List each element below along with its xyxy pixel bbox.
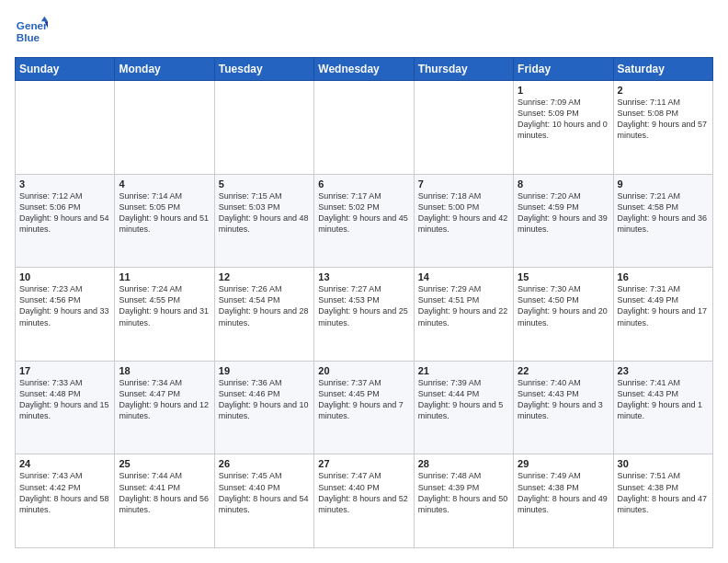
calendar-header-row: SundayMondayTuesdayWednesdayThursdayFrid… [16,58,713,81]
day-number: 12 [219,271,310,282]
calendar-header-sunday: Sunday [16,58,115,81]
day-number: 1 [518,85,609,96]
calendar-header-wednesday: Wednesday [314,58,414,81]
day-number: 30 [618,458,709,469]
day-number: 29 [518,458,609,469]
logo-icon: General Blue [15,15,48,48]
day-number: 9 [618,178,709,190]
day-info: Sunrise: 7:40 AM Sunset: 4:43 PM Dayligh… [518,377,609,422]
calendar-cell: 10Sunrise: 7:23 AM Sunset: 4:56 PM Dayli… [16,268,115,362]
day-number: 19 [219,365,310,376]
day-info: Sunrise: 7:18 AM Sunset: 5:00 PM Dayligh… [418,190,509,236]
day-number: 28 [418,458,509,469]
calendar-cell: 12Sunrise: 7:26 AM Sunset: 4:54 PM Dayli… [214,268,313,362]
day-info: Sunrise: 7:15 AM Sunset: 5:03 PM Dayligh… [219,190,310,236]
calendar-cell: 18Sunrise: 7:34 AM Sunset: 4:47 PM Dayli… [115,361,214,454]
day-number: 13 [318,271,409,282]
day-info: Sunrise: 7:36 AM Sunset: 4:46 PM Dayligh… [219,377,310,422]
calendar-cell: 26Sunrise: 7:45 AM Sunset: 4:40 PM Dayli… [214,454,313,548]
day-number: 3 [19,178,110,190]
day-number: 14 [418,271,509,282]
day-info: Sunrise: 7:44 AM Sunset: 4:41 PM Dayligh… [119,470,210,515]
calendar-week-0: 1Sunrise: 7:09 AM Sunset: 5:09 PM Daylig… [16,81,713,175]
day-number: 25 [119,458,210,469]
day-info: Sunrise: 7:41 AM Sunset: 4:43 PM Dayligh… [618,377,709,422]
day-info: Sunrise: 7:14 AM Sunset: 5:05 PM Dayligh… [119,190,210,236]
logo: General Blue [15,15,51,48]
day-info: Sunrise: 7:37 AM Sunset: 4:45 PM Dayligh… [318,377,409,422]
calendar-cell: 30Sunrise: 7:51 AM Sunset: 4:38 PM Dayli… [613,454,712,548]
day-number: 18 [119,365,210,376]
calendar-cell: 21Sunrise: 7:39 AM Sunset: 4:44 PM Dayli… [414,361,513,454]
calendar-cell [115,81,214,175]
day-info: Sunrise: 7:12 AM Sunset: 5:06 PM Dayligh… [19,190,110,236]
calendar-header-saturday: Saturday [613,58,712,81]
day-info: Sunrise: 7:31 AM Sunset: 4:49 PM Dayligh… [618,283,709,328]
calendar-cell: 19Sunrise: 7:36 AM Sunset: 4:46 PM Dayli… [214,361,313,454]
day-number: 4 [119,178,210,190]
calendar-cell: 17Sunrise: 7:33 AM Sunset: 4:48 PM Dayli… [16,361,115,454]
calendar-cell: 16Sunrise: 7:31 AM Sunset: 4:49 PM Dayli… [613,268,712,362]
day-info: Sunrise: 7:20 AM Sunset: 4:59 PM Dayligh… [518,190,609,236]
calendar-cell: 15Sunrise: 7:30 AM Sunset: 4:50 PM Dayli… [514,268,613,362]
calendar-cell: 11Sunrise: 7:24 AM Sunset: 4:55 PM Dayli… [115,268,214,362]
calendar-cell [414,81,513,175]
header: General Blue [15,15,713,48]
calendar-cell: 29Sunrise: 7:49 AM Sunset: 4:38 PM Dayli… [514,454,613,548]
calendar-cell: 6Sunrise: 7:17 AM Sunset: 5:02 PM Daylig… [314,174,414,268]
calendar-cell: 13Sunrise: 7:27 AM Sunset: 4:53 PM Dayli… [314,268,414,362]
day-info: Sunrise: 7:49 AM Sunset: 4:38 PM Dayligh… [518,470,609,515]
day-info: Sunrise: 7:47 AM Sunset: 4:40 PM Dayligh… [318,470,409,515]
calendar-cell: 28Sunrise: 7:48 AM Sunset: 4:39 PM Dayli… [414,454,513,548]
day-info: Sunrise: 7:45 AM Sunset: 4:40 PM Dayligh… [219,470,310,515]
calendar-cell: 27Sunrise: 7:47 AM Sunset: 4:40 PM Dayli… [314,454,414,548]
day-number: 7 [418,178,509,190]
calendar-cell: 23Sunrise: 7:41 AM Sunset: 4:43 PM Dayli… [613,361,712,454]
calendar-header-thursday: Thursday [414,58,513,81]
day-number: 26 [219,458,310,469]
calendar-header-friday: Friday [514,58,613,81]
day-number: 15 [518,271,609,282]
day-info: Sunrise: 7:27 AM Sunset: 4:53 PM Dayligh… [318,283,409,328]
day-info: Sunrise: 7:24 AM Sunset: 4:55 PM Dayligh… [119,283,210,328]
day-number: 16 [618,271,709,282]
calendar-cell: 3Sunrise: 7:12 AM Sunset: 5:06 PM Daylig… [16,174,115,268]
calendar-cell [214,81,313,175]
day-number: 11 [119,271,210,282]
day-info: Sunrise: 7:11 AM Sunset: 5:08 PM Dayligh… [618,97,709,142]
calendar-cell: 14Sunrise: 7:29 AM Sunset: 4:51 PM Dayli… [414,268,513,362]
day-number: 8 [518,178,609,190]
day-info: Sunrise: 7:09 AM Sunset: 5:09 PM Dayligh… [518,97,609,142]
day-number: 6 [318,178,409,190]
day-number: 2 [618,85,709,96]
day-number: 10 [19,271,110,282]
calendar-cell: 9Sunrise: 7:21 AM Sunset: 4:58 PM Daylig… [613,174,712,268]
svg-text:Blue: Blue [17,31,40,43]
day-info: Sunrise: 7:23 AM Sunset: 4:56 PM Dayligh… [19,283,110,328]
calendar-cell: 24Sunrise: 7:43 AM Sunset: 4:42 PM Dayli… [16,454,115,548]
day-info: Sunrise: 7:48 AM Sunset: 4:39 PM Dayligh… [418,470,509,515]
day-info: Sunrise: 7:30 AM Sunset: 4:50 PM Dayligh… [518,283,609,328]
day-info: Sunrise: 7:26 AM Sunset: 4:54 PM Dayligh… [219,283,310,328]
day-info: Sunrise: 7:51 AM Sunset: 4:38 PM Dayligh… [618,470,709,515]
day-number: 21 [418,365,509,376]
calendar-week-2: 10Sunrise: 7:23 AM Sunset: 4:56 PM Dayli… [16,268,713,362]
day-number: 5 [219,178,310,190]
calendar-week-4: 24Sunrise: 7:43 AM Sunset: 4:42 PM Dayli… [16,454,713,548]
day-info: Sunrise: 7:29 AM Sunset: 4:51 PM Dayligh… [418,283,509,328]
day-info: Sunrise: 7:17 AM Sunset: 5:02 PM Dayligh… [318,190,409,236]
day-info: Sunrise: 7:21 AM Sunset: 4:58 PM Dayligh… [618,190,709,236]
day-number: 22 [518,365,609,376]
day-number: 23 [618,365,709,376]
calendar-cell: 25Sunrise: 7:44 AM Sunset: 4:41 PM Dayli… [115,454,214,548]
calendar-cell [314,81,414,175]
calendar-cell: 1Sunrise: 7:09 AM Sunset: 5:09 PM Daylig… [514,81,613,175]
calendar-header-monday: Monday [115,58,214,81]
day-info: Sunrise: 7:33 AM Sunset: 4:48 PM Dayligh… [19,377,110,422]
calendar: SundayMondayTuesdayWednesdayThursdayFrid… [15,57,713,548]
calendar-cell [16,81,115,175]
day-info: Sunrise: 7:43 AM Sunset: 4:42 PM Dayligh… [19,470,110,515]
page: General Blue SundayMondayTuesdayWednesda… [0,0,728,563]
calendar-cell: 8Sunrise: 7:20 AM Sunset: 4:59 PM Daylig… [514,174,613,268]
day-number: 27 [318,458,409,469]
